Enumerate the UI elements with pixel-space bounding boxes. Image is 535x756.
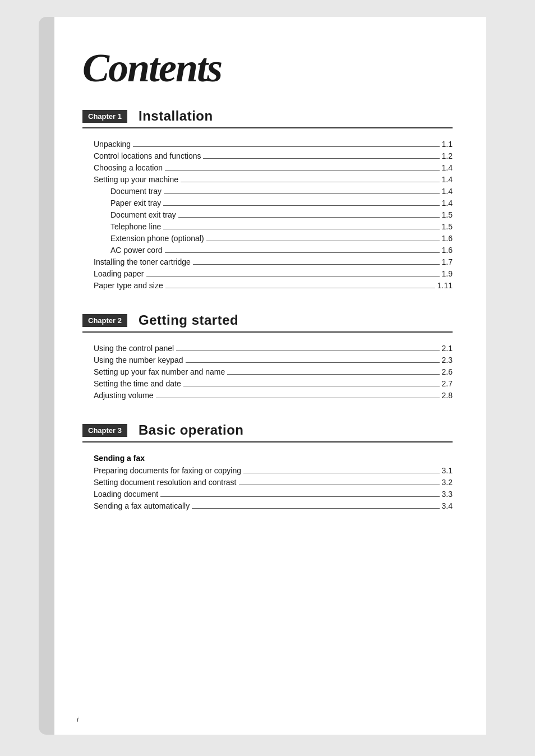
toc-page-number: 1.4 [442, 199, 453, 208]
chapter-badge-2: Chapter 2 [82, 314, 127, 327]
toc-page-number: 3.2 [442, 478, 453, 487]
toc-dots [163, 205, 439, 206]
toc-entry: Setting up your machine1.4 [94, 175, 453, 184]
toc-entry: Loading paper1.9 [94, 269, 453, 278]
toc-entry: Document exit tray1.5 [94, 210, 453, 219]
toc-dots [243, 473, 439, 473]
chapter-header-1: Chapter 1Installation [82, 108, 453, 128]
page-number: i [77, 715, 79, 723]
toc-page-number: 1.7 [442, 257, 453, 266]
toc-entry-label: Setting up your machine [94, 175, 178, 184]
toc-entry-label: Setting up your fax number and name [94, 367, 225, 376]
toc-dots [165, 252, 440, 253]
chapter-title-2: Getting started [139, 312, 238, 328]
toc-entry-label: Setting document resolution and contrast [94, 478, 237, 487]
toc-dots [165, 288, 435, 288]
toc-dots [156, 398, 440, 398]
toc-page-number: 1.5 [442, 222, 453, 231]
toc-page-number: 2.6 [442, 367, 453, 376]
toc-entry-label: Setting the time and date [94, 379, 181, 388]
chapter-section-2: Chapter 2Getting startedUsing the contro… [82, 312, 453, 400]
left-tab-decoration [39, 17, 54, 735]
chapter-header-3: Chapter 3Basic operation [82, 422, 453, 442]
toc-entry: Choosing a location1.4 [94, 163, 453, 172]
toc-entry-label: Using the control panel [94, 344, 174, 353]
toc-page-number: 1.6 [442, 246, 453, 255]
toc-entry-label: Extension phone (optional) [110, 234, 204, 243]
toc-entry: Using the control panel2.1 [94, 344, 453, 353]
toc-entries-2: Using the control panel2.1Using the numb… [82, 344, 453, 400]
chapter-section-1: Chapter 1InstallationUnpacking1.1Control… [82, 108, 453, 290]
toc-entries-1: Unpacking1.1Control locations and functi… [82, 140, 453, 290]
toc-entry: Control locations and functions1.2 [94, 151, 453, 160]
chapter-badge-1: Chapter 1 [82, 110, 127, 123]
toc-entry: Extension phone (optional)1.6 [94, 234, 453, 243]
toc-entry-label: Using the number keypad [94, 356, 183, 365]
toc-page-number: 2.1 [442, 344, 453, 353]
toc-page-number: 1.4 [442, 163, 453, 172]
toc-dots [163, 229, 439, 229]
toc-entry-label: Sending a fax automatically [94, 501, 190, 510]
toc-entry: Paper exit tray1.4 [94, 199, 453, 208]
toc-entry-label: Document tray [110, 187, 162, 196]
toc-entry-label: Installing the toner cartridge [94, 257, 191, 266]
toc-entry-label: Adjusting volume [94, 391, 154, 400]
toc-page-number: 1.11 [437, 281, 453, 290]
toc-dots [193, 264, 440, 265]
toc-dots [146, 276, 440, 276]
toc-entry: Adjusting volume2.8 [94, 391, 453, 400]
toc-dots [178, 217, 440, 218]
chapter-badge-3: Chapter 3 [82, 424, 127, 437]
toc-entry: Using the number keypad2.3 [94, 356, 453, 365]
chapters-container: Chapter 1InstallationUnpacking1.1Control… [82, 108, 453, 510]
toc-entry: Document tray1.4 [94, 187, 453, 196]
toc-entry: Telephone line1.5 [94, 222, 453, 231]
toc-entry-label: Choosing a location [94, 163, 163, 172]
toc-page-number: 2.7 [442, 379, 453, 388]
toc-entry: Preparing documents for faxing or copyin… [94, 466, 453, 475]
toc-page-number: 1.4 [442, 187, 453, 196]
toc-dots [165, 170, 440, 170]
chapter-section-3: Chapter 3Basic operationSending a faxPre… [82, 422, 453, 510]
toc-dots [176, 351, 439, 351]
toc-dots [239, 485, 440, 485]
toc-dots [133, 146, 439, 147]
toc-dots [160, 496, 439, 497]
toc-entry-label: Paper exit tray [110, 199, 161, 208]
page-title: Contents [82, 45, 453, 91]
toc-page-number: 1.9 [442, 269, 453, 278]
toc-page-number: 3.3 [442, 490, 453, 499]
toc-page-number: 1.5 [442, 210, 453, 219]
toc-page-number: 3.1 [442, 466, 453, 475]
toc-page-number: 2.8 [442, 391, 453, 400]
toc-entry-label: Paper type and size [94, 281, 163, 290]
toc-entry-label: Document exit tray [110, 210, 176, 219]
toc-entry: Loading document3.3 [94, 490, 453, 499]
toc-entry: Paper type and size1.11 [94, 281, 453, 290]
toc-page-number: 3.4 [442, 501, 453, 510]
toc-subsections-3: Sending a faxPreparing documents for fax… [82, 454, 453, 510]
toc-entry-label: Preparing documents for faxing or copyin… [94, 466, 241, 475]
toc-entry: Installing the toner cartridge1.7 [94, 257, 453, 266]
toc-entry-label: Loading paper [94, 269, 144, 278]
toc-page-number: 2.3 [442, 356, 453, 365]
toc-dots [192, 508, 439, 509]
toc-dots [181, 182, 440, 182]
toc-entry-label: Loading document [94, 490, 158, 499]
toc-entry: Sending a fax automatically3.4 [94, 501, 453, 510]
chapter-title-1: Installation [139, 108, 213, 124]
toc-dots [206, 241, 440, 241]
chapter-title-3: Basic operation [139, 422, 244, 438]
toc-dots [164, 193, 439, 194]
toc-dots [227, 374, 439, 375]
page: Contents Chapter 1InstallationUnpacking1… [49, 17, 486, 735]
toc-page-number: 1.2 [442, 151, 453, 160]
toc-entry-label: AC power cord [110, 246, 163, 255]
toc-entry: AC power cord1.6 [94, 246, 453, 255]
toc-entry: Setting up your fax number and name2.6 [94, 367, 453, 376]
toc-entry-label: Unpacking [94, 140, 131, 149]
toc-entry-label: Control locations and functions [94, 151, 201, 160]
toc-page-number: 1.4 [442, 175, 453, 184]
subsection-header: Sending a fax [94, 454, 453, 463]
toc-entry: Unpacking1.1 [94, 140, 453, 149]
